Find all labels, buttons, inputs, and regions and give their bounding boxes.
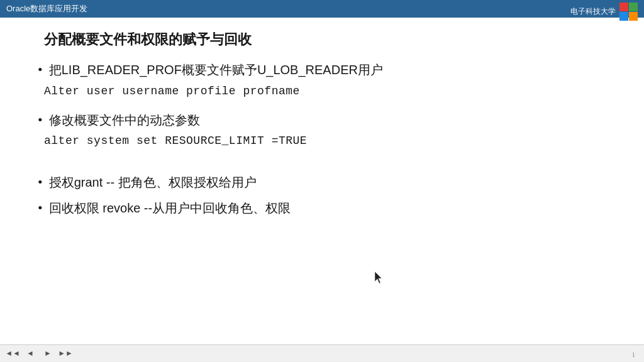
university-name: 电子科技大学 — [570, 6, 616, 17]
bullet-dot-4: • — [38, 199, 43, 218]
bullet-text-4: 回收权限 revoke --从用户中回收角色、权限 — [49, 199, 291, 217]
bottom-bar: ◄◄ ◄ ► ►► 1 — [0, 344, 644, 362]
bullet-item-1: • 把LIB_READER_PROF概要文件赋予U_LOB_READER用户 — [38, 60, 606, 80]
bullet-item-3: • 授权grant -- 把角色、权限授权给用户 — [38, 173, 606, 192]
bullet-dot-2: • — [38, 111, 43, 130]
bullet-section-2: • 修改概要文件中的动态参数 alter system set RESOURCE… — [38, 111, 606, 151]
logo-sq-2 — [629, 3, 638, 11]
bullet-text-2: 修改概要文件中的动态参数 — [49, 111, 200, 129]
main-content: 分配概要文件和权限的赋予与回收 • 把LIB_READER_PROF概要文件赋予… — [0, 18, 644, 344]
nav-first-button[interactable]: ◄◄ — [6, 348, 19, 360]
bullet-text-3: 授权grant -- 把角色、权限授权给用户 — [49, 173, 257, 192]
bullet-dot-1: • — [38, 60, 43, 80]
nav-next-button[interactable]: ► — [42, 348, 54, 360]
code-line-1: Alter user username profile profname — [44, 82, 606, 101]
nav-prev-button[interactable]: ◄ — [24, 348, 36, 360]
slide-title: 分配概要文件和权限的赋予与回收 — [44, 30, 606, 49]
bullet-item-2: • 修改概要文件中的动态参数 — [38, 111, 606, 130]
bullet-dot-3: • — [38, 173, 43, 192]
bullet-section-1: • 把LIB_READER_PROF概要文件赋予U_LOB_READER用户 A… — [38, 60, 606, 101]
top-bar-title: Oracle数据库应用开发 — [6, 3, 87, 14]
page-number: 1 — [632, 351, 636, 358]
top-bar: Oracle数据库应用开发 — [0, 0, 644, 18]
code-line-2: alter system set RESOURCE_LIMIT =TRUE — [44, 132, 606, 150]
bullet-section-3: • 授权grant -- 把角色、权限授权给用户 — [38, 173, 606, 192]
section-gap — [38, 160, 606, 173]
nav-last-button[interactable]: ►► — [59, 348, 72, 360]
bullet-text-1: 把LIB_READER_PROF概要文件赋予U_LOB_READER用户 — [49, 60, 383, 79]
bullet-item-4: • 回收权限 revoke --从用户中回收角色、权限 — [38, 199, 606, 218]
bullet-section-4: • 回收权限 revoke --从用户中回收角色、权限 — [38, 199, 606, 218]
logo-sq-1 — [619, 3, 628, 11]
